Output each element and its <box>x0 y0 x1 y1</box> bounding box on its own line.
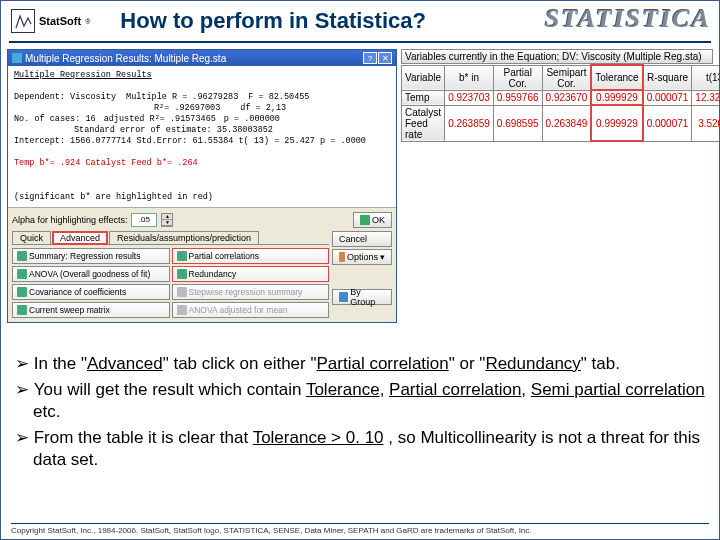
dialog-output: Multiple Regression Results Dependent: V… <box>8 66 396 207</box>
bygroup-button[interactable]: By Group <box>332 289 392 305</box>
anova-button[interactable]: ANOVA (Overall goodness of fit) <box>12 266 170 282</box>
table-row: Catalyst Feed rate 0.263859 0.698595 0.2… <box>402 105 721 141</box>
alpha-label: Alpha for highlighting effects: <box>12 215 127 225</box>
col-rsquare: R-square <box>643 65 692 90</box>
options-button[interactable]: Options ▾ <box>332 249 392 265</box>
dialog-controls: Alpha for highlighting effects: ▲▼ OK Qu… <box>8 207 396 322</box>
page-title: How to perform in Statistica? <box>120 8 426 34</box>
col-semipart: Semipart Cor. <box>542 65 591 90</box>
output-heading: Multiple Regression Results <box>14 70 390 81</box>
results-title: Variables currently in the Equation; DV:… <box>401 49 713 64</box>
tab-bar: Quick Advanced Residuals/assumptions/pre… <box>12 231 329 245</box>
results-panel: Variables currently in the Equation; DV:… <box>401 49 713 323</box>
logo: StatSoft® <box>11 9 90 33</box>
cancel-button[interactable]: Cancel <box>332 231 392 247</box>
col-variable: Variable <box>402 65 445 90</box>
tab-advanced[interactable]: Advanced <box>52 231 108 245</box>
header: StatSoft® How to perform in Statistica? … <box>1 1 719 41</box>
button-grid: Summary: Regression results Partial corr… <box>12 248 329 318</box>
bullet-list: ➢ In the "Advanced" tab click on either … <box>15 353 705 475</box>
regression-dialog: Multiple Regression Results: Multiple Re… <box>7 49 397 323</box>
col-partial: Partial Cor. <box>493 65 542 90</box>
anova-adj-button: ANOVA adjusted for mean <box>172 302 330 318</box>
help-icon[interactable]: ? <box>363 52 377 64</box>
dialog-titlebar[interactable]: Multiple Regression Results: Multiple Re… <box>8 50 396 66</box>
partial-corr-button[interactable]: Partial correlations <box>172 248 330 264</box>
logo-text: StatSoft <box>39 15 81 27</box>
bullet-2: ➢ You will get the result which contain … <box>15 379 705 423</box>
ok-button[interactable]: OK <box>353 212 392 228</box>
bullet-1: ➢ In the "Advanced" tab click on either … <box>15 353 705 375</box>
brand-wordmark: STATISTICA <box>545 4 711 34</box>
col-tolerance: Tolerance <box>591 65 642 90</box>
col-bstar: b* in <box>445 65 494 90</box>
stepwise-button: Stepwise regression summary <box>172 284 330 300</box>
alpha-input[interactable] <box>131 213 157 227</box>
results-table: Variable b* in Partial Cor. Semipart Cor… <box>401 64 720 142</box>
covariance-button[interactable]: Covariance of coefficients <box>12 284 170 300</box>
app-icon <box>12 53 22 63</box>
bullet-3: ➢ From the table it is clear that Tolera… <box>15 427 705 471</box>
col-t: t(13) <box>692 65 720 90</box>
alpha-spinner[interactable]: ▲▼ <box>161 213 173 227</box>
redundancy-button[interactable]: Redundancy <box>172 266 330 282</box>
tab-quick[interactable]: Quick <box>12 231 51 244</box>
sweep-button[interactable]: Current sweep matrix <box>12 302 170 318</box>
close-icon[interactable]: ✕ <box>378 52 392 64</box>
tab-residuals[interactable]: Residuals/assumptions/prediction <box>109 231 259 244</box>
table-row: Temp 0.923703 0.959766 0.923670 0.999929… <box>402 90 721 105</box>
beta-line: Temp b*= .924 Catalyst Feed b*= .264 <box>14 158 390 169</box>
logo-icon <box>11 9 35 33</box>
summary-button[interactable]: Summary: Regression results <box>12 248 170 264</box>
dialog-title: Multiple Regression Results: Multiple Re… <box>25 53 226 64</box>
copyright: Copyright StatSoft, Inc., 1984-2006. Sta… <box>11 523 709 535</box>
